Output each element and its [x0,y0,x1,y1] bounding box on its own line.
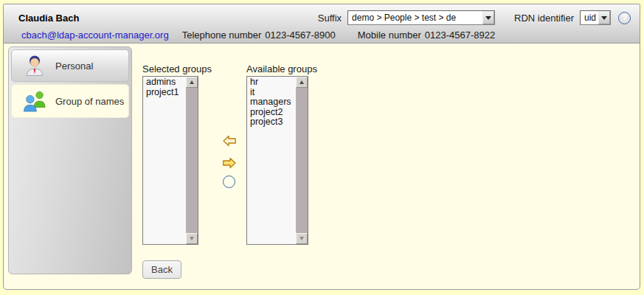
available-groups-label: Available groups [246,63,317,74]
mobile-value: 0123-4567-8922 [425,30,495,41]
scroll-up-button[interactable] [296,77,308,88]
scrollbar[interactable] [186,77,198,244]
arrow-left-icon [222,135,237,147]
list-item[interactable]: project2 [247,108,295,118]
rdn-select-value: uid [581,13,598,23]
sidebar-tab-label: Group of names [55,96,124,107]
arrow-right-icon [222,157,237,169]
scroll-down-button[interactable] [186,233,198,244]
sidebar-tab-personal[interactable]: Personal [11,49,129,82]
rdn-identifier-label: RDN identifier [514,13,574,24]
page: Claudia Bach Suffix demo > People > test… [0,0,644,295]
telephone-value: 0123-4567-8900 [265,30,335,41]
telephone-label: Telephone number [182,30,262,41]
sidebar-tab-label: Personal [55,60,93,72]
selected-groups-label: Selected groups [142,63,212,74]
list-item[interactable]: hr [247,77,295,88]
sidebar: Personal Group of names [8,46,132,274]
person-icon [23,54,46,77]
scroll-up-button[interactable] [186,77,198,88]
email-link[interactable]: cbach@ldap-account-manager.org [21,30,169,41]
list-item[interactable]: project3 [247,117,295,128]
suffix-select[interactable]: demo > People > test > de [347,10,495,25]
help-icon[interactable]: ? [223,176,235,188]
list-item[interactable]: admins [143,77,185,88]
chevron-down-icon[interactable] [482,11,494,24]
header-row-1: Claudia Bach Suffix demo > People > test… [18,10,631,26]
available-groups-listbox[interactable]: hr it managers project2 project3 [246,76,308,245]
two-people-icon [23,89,46,113]
list-item[interactable]: project1 [143,88,185,98]
back-button[interactable]: Back [142,260,181,279]
header: Claudia Bach Suffix demo > People > test… [4,4,640,44]
sidebar-tab-group-of-names[interactable]: Group of names [11,84,129,118]
main-container: Claudia Bach Suffix demo > People > test… [3,4,640,290]
suffix-select-value: demo > People > test > de [348,13,482,23]
list-item[interactable]: it [247,88,295,98]
available-groups-items: hr it managers project2 project3 [247,77,295,128]
mobile-label: Mobile number [358,30,421,41]
telephone-field: Telephone number0123-4567-8900 [182,30,336,41]
move-left-button[interactable] [222,135,237,147]
list-item[interactable]: managers [247,97,295,108]
move-right-button[interactable] [222,157,237,169]
help-icon[interactable]: ? [618,12,631,24]
suffix-label: Suffix [318,13,342,24]
chevron-down-icon[interactable] [598,11,610,24]
selected-groups-listbox[interactable]: admins project1 [142,76,198,245]
scroll-down-button[interactable] [296,233,308,244]
header-row-2: cbach@ldap-account-manager.org Telephone… [21,28,495,41]
selected-groups-items: admins project1 [143,77,185,97]
page-title-user-name: Claudia Bach [18,13,79,24]
rdn-identifier-select[interactable]: uid [580,10,611,25]
scrollbar[interactable] [296,77,308,244]
mobile-field: Mobile number0123-4567-8922 [358,30,495,41]
